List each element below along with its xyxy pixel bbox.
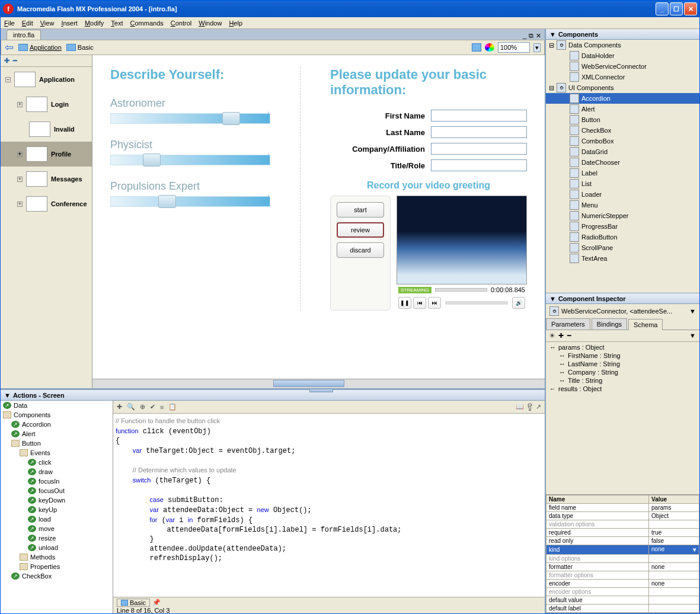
pin-tab-icon[interactable]: 📌	[152, 599, 161, 607]
atree-resize[interactable]: ↗resize	[1, 533, 113, 543]
collapse-icon[interactable]: ▼	[549, 31, 556, 38]
video-progress[interactable]	[435, 288, 487, 292]
comp-loader[interactable]: Loader	[546, 189, 699, 200]
property-table[interactable]: NameValuefield nameparamsdata typeObject…	[546, 494, 699, 613]
prop-name[interactable]: validation options	[546, 520, 649, 529]
find-icon[interactable]: 🔍	[127, 403, 135, 411]
menu-modify[interactable]: Modify	[85, 20, 104, 27]
doc-restore-icon[interactable]: ⧉	[529, 32, 533, 40]
prop-name[interactable]: formatter	[546, 563, 649, 571]
atree-checkbox[interactable]: ↗CheckBox	[1, 571, 113, 581]
atree-properties[interactable]: Properties	[1, 562, 113, 571]
comp-xmlconnector[interactable]: XMLConnector	[546, 72, 699, 82]
atree-accordion[interactable]: ↗Accordion	[1, 420, 113, 429]
minimize-button[interactable]: _	[656, 2, 669, 15]
prop-value[interactable]: params	[649, 504, 699, 512]
target-icon[interactable]: ⊕	[140, 403, 145, 411]
breadcrumb-application[interactable]: Application	[18, 44, 62, 51]
breadcrumb-basic[interactable]: Basic	[66, 44, 94, 51]
prop-name[interactable]: kind	[546, 545, 649, 555]
comp-accordion[interactable]: Accordion	[546, 93, 699, 104]
prop-value[interactable]: none ▾	[649, 545, 699, 555]
stage-scrollbar[interactable]	[92, 379, 545, 388]
prop-name[interactable]: field name	[546, 504, 649, 512]
input-title-role[interactable]	[431, 159, 527, 171]
debug-icon[interactable]: ਊ	[528, 403, 532, 411]
prop-name[interactable]: required	[546, 529, 649, 537]
color-icon[interactable]	[485, 43, 494, 52]
symbol-icon[interactable]	[472, 43, 481, 52]
atree-components[interactable]: Components	[1, 410, 113, 420]
schema-menu-icon[interactable]: ▼	[689, 332, 696, 340]
comp-textarea[interactable]: TextArea	[546, 253, 699, 264]
schema-params[interactable]: ↔ params : Object	[547, 343, 698, 351]
next-icon[interactable]: ⏭	[428, 297, 441, 309]
comp-dataholder[interactable]: DataHolder	[546, 50, 699, 61]
nav-conference[interactable]: +Conference	[1, 191, 92, 216]
prop-value[interactable]: true	[649, 529, 699, 537]
add-icon[interactable]: ✚	[117, 403, 122, 411]
prop-name[interactable]: encoder options	[546, 588, 649, 596]
atree-draw[interactable]: ↗draw	[1, 467, 113, 477]
atree-focusout[interactable]: ↗focusOut	[1, 486, 113, 495]
code-tab-basic[interactable]: Basic	[117, 599, 150, 607]
atree-load[interactable]: ↗load	[1, 514, 113, 524]
atree-keydown[interactable]: ↗keyDown	[1, 495, 113, 505]
prop-name[interactable]: data type	[546, 512, 649, 520]
prop-value[interactable]	[649, 596, 699, 605]
input-company-affiliation[interactable]	[431, 143, 527, 155]
tab-bindings[interactable]: Bindings	[592, 318, 627, 330]
comp-group-data-components[interactable]: ⊟⚙Data Components	[546, 40, 699, 50]
prop-value[interactable]: false	[649, 537, 699, 545]
volume-icon[interactable]: 🔊	[512, 297, 525, 309]
comp-list[interactable]: List	[546, 178, 699, 189]
nav-login[interactable]: +Login	[1, 92, 92, 117]
pin-icon[interactable]: ↗	[536, 403, 541, 411]
schema-firstname[interactable]: ↔ FirstName : String	[547, 351, 698, 360]
comp-numericstepper[interactable]: NumericStepper	[546, 210, 699, 221]
volume-slider[interactable]	[445, 301, 508, 305]
prop-value[interactable]: none	[649, 580, 699, 588]
tab-schema[interactable]: Schema	[628, 319, 663, 330]
atree-click[interactable]: ↗click	[1, 458, 113, 467]
plus-schema-icon[interactable]: ✚	[558, 332, 564, 340]
comp-progressbar[interactable]: ProgressBar	[546, 221, 699, 232]
comp-combobox[interactable]: ComboBox	[546, 136, 699, 146]
atree-move[interactable]: ↗move	[1, 524, 113, 533]
comp-label[interactable]: Label	[546, 168, 699, 178]
maximize-button[interactable]: ☐	[670, 2, 683, 15]
menu-text[interactable]: Text	[111, 20, 123, 27]
prop-name[interactable]: kind options	[546, 555, 649, 563]
prop-value[interactable]	[649, 588, 699, 596]
prop-name[interactable]: encoder	[546, 580, 649, 588]
comp-checkbox[interactable]: CheckBox	[546, 125, 699, 136]
slider-astronomer[interactable]	[110, 113, 270, 124]
schema-results[interactable]: ← results : Object	[547, 385, 698, 393]
prop-value[interactable]	[649, 571, 699, 580]
comp-button[interactable]: Button	[546, 114, 699, 125]
menu-control[interactable]: Control	[171, 20, 191, 27]
comp-datagrid[interactable]: DataGrid	[546, 146, 699, 157]
schema-lastname[interactable]: ↔ LastName : String	[547, 360, 698, 368]
menu-insert[interactable]: Insert	[61, 20, 78, 27]
prop-name[interactable]: formatter options	[546, 571, 649, 580]
prop-name[interactable]: default label	[546, 605, 649, 613]
input-first-name[interactable]	[431, 110, 527, 121]
code-editor[interactable]: // Function to handle the button click f…	[113, 414, 545, 597]
menu-commands[interactable]: Commands	[130, 20, 164, 27]
zoom-input[interactable]	[498, 42, 530, 53]
comp-scrollpane[interactable]: ScrollPane	[546, 242, 699, 253]
slider-propulsions-expert[interactable]	[110, 196, 270, 207]
atree-keyup[interactable]: ↗keyUp	[1, 505, 113, 514]
document-tab[interactable]: intro.fla	[7, 30, 41, 40]
nav-invalid[interactable]: Invalid	[1, 117, 92, 142]
hint-icon[interactable]: 📋	[168, 403, 177, 411]
components-tree[interactable]: ⊟⚙Data ComponentsDataHolderWebServiceCon…	[546, 40, 699, 293]
nav-messages[interactable]: +Messages	[1, 167, 92, 191]
comp-webserviceconnector[interactable]: WebServiceConnector	[546, 61, 699, 72]
back-icon[interactable]: ⇦	[5, 41, 14, 54]
schema-title[interactable]: ↔ Title : String	[547, 376, 698, 385]
close-button[interactable]: ✕	[684, 2, 697, 15]
menu-edit[interactable]: Edit	[22, 20, 33, 27]
atree-methods[interactable]: Methods	[1, 552, 113, 562]
